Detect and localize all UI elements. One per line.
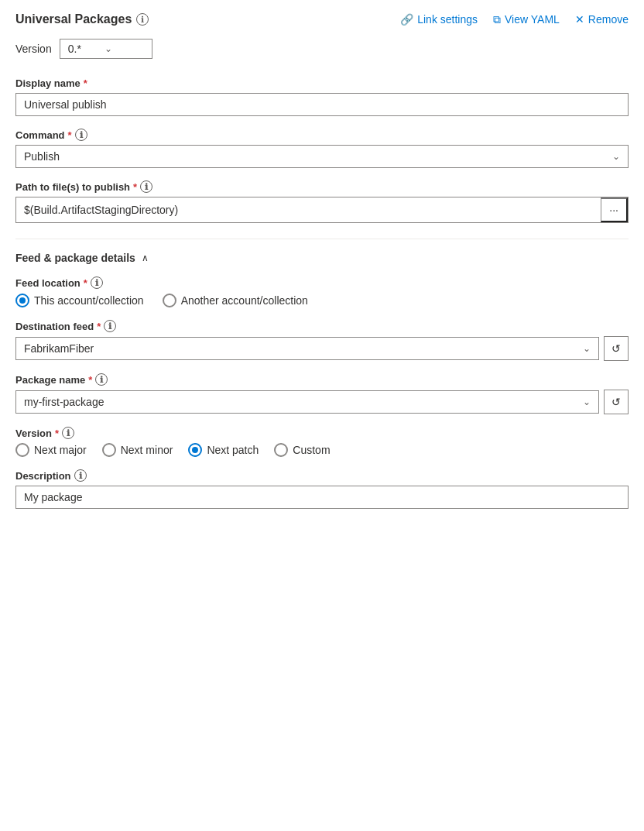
destination-feed-info-icon[interactable]: ℹ <box>104 320 116 332</box>
command-info-icon[interactable]: ℹ <box>75 129 87 141</box>
feed-location-this-account-label: This account/collection <box>34 294 144 307</box>
feed-location-info-icon[interactable]: ℹ <box>91 276 103 289</box>
version-next-minor-radio[interactable] <box>102 443 116 457</box>
destination-feed-refresh-button[interactable]: ↺ <box>604 336 629 361</box>
feed-package-section-title: Feed & package details <box>15 252 135 264</box>
version-field-label: Version * ℹ <box>15 427 629 439</box>
package-name-row: my-first-package ⌄ ↺ <box>15 390 629 414</box>
version-dropdown[interactable]: 0.* ⌄ <box>60 39 152 59</box>
command-value: Publish <box>24 150 60 163</box>
version-next-major[interactable]: Next major <box>15 443 87 457</box>
version-next-minor-label: Next minor <box>121 444 173 456</box>
package-name-required: * <box>88 374 92 386</box>
description-input[interactable] <box>15 486 629 509</box>
feed-location-section: Feed location * ℹ This account/collectio… <box>15 276 629 307</box>
command-label: Command * ℹ <box>15 129 629 141</box>
destination-feed-row: FabrikamFiber ⌄ ↺ <box>15 336 629 361</box>
version-options-row: Next major Next minor Next patch Custom <box>15 443 629 457</box>
package-name-section: Package name * ℹ my-first-package ⌄ ↺ <box>15 373 629 414</box>
version-next-patch-radio[interactable] <box>188 443 202 457</box>
command-dropdown[interactable]: Publish ⌄ <box>15 145 629 168</box>
remove-label: Remove <box>588 13 629 26</box>
path-input[interactable] <box>16 197 601 222</box>
path-section: Path to file(s) to publish * ℹ ··· <box>15 180 629 223</box>
link-settings-link[interactable]: 🔗 Link settings <box>400 13 478 26</box>
feed-location-another-account[interactable]: Another account/collection <box>163 294 308 307</box>
description-info-icon[interactable]: ℹ <box>74 469 87 482</box>
package-name-value: my-first-package <box>24 396 104 408</box>
view-yaml-label: View YAML <box>505 13 560 26</box>
feed-location-another-account-label: Another account/collection <box>181 294 308 307</box>
yaml-icon: ⧉ <box>493 13 501 26</box>
destination-feed-dropdown[interactable]: FabrikamFiber ⌄ <box>15 337 599 360</box>
path-browse-button[interactable]: ··· <box>601 197 628 222</box>
destination-feed-label: Destination feed * ℹ <box>15 320 629 332</box>
version-field-required: * <box>55 428 59 439</box>
command-section: Command * ℹ Publish ⌄ <box>15 129 629 168</box>
header-actions: 🔗 Link settings ⧉ View YAML ✕ Remove <box>400 13 629 26</box>
page-header: Universal Packages ℹ 🔗 Link settings ⧉ V… <box>15 12 629 26</box>
display-name-section: Display name * <box>15 77 629 116</box>
package-name-dropdown[interactable]: my-first-package ⌄ <box>15 390 599 414</box>
view-yaml-link[interactable]: ⧉ View YAML <box>493 13 560 26</box>
section-divider <box>15 239 629 239</box>
feed-location-label: Feed location * ℹ <box>15 276 629 289</box>
command-dropdown-main[interactable]: Publish ⌄ <box>16 146 628 167</box>
remove-icon: ✕ <box>575 13 584 26</box>
feed-location-radio-group: This account/collection Another account/… <box>15 294 629 307</box>
version-custom-radio[interactable] <box>274 443 288 457</box>
destination-feed-value: FabrikamFiber <box>24 342 94 355</box>
feed-package-section-chevron[interactable]: ∧ <box>142 252 149 263</box>
feed-location-this-account-radio[interactable] <box>15 294 29 307</box>
version-field-section: Version * ℹ Next major Next minor Next p… <box>15 427 629 457</box>
header-left: Universal Packages ℹ <box>15 12 149 26</box>
version-next-major-label: Next major <box>34 444 87 456</box>
page-title: Universal Packages <box>15 12 132 26</box>
path-info-icon[interactable]: ℹ <box>140 180 152 193</box>
package-name-chevron: ⌄ <box>583 397 591 407</box>
feed-location-this-account-radio-inner <box>19 297 26 304</box>
destination-feed-required: * <box>97 321 101 332</box>
command-chevron: ⌄ <box>612 151 620 162</box>
version-row-label: Version <box>15 43 52 55</box>
display-name-input[interactable] <box>15 93 629 116</box>
feed-location-this-account[interactable]: This account/collection <box>15 294 144 307</box>
version-next-patch-label: Next patch <box>207 444 259 456</box>
destination-feed-chevron: ⌄ <box>583 343 591 354</box>
version-next-patch-radio-inner <box>192 447 198 453</box>
description-section: Description ℹ <box>15 469 629 509</box>
destination-feed-section: Destination feed * ℹ FabrikamFiber ⌄ ↺ <box>15 320 629 361</box>
version-custom[interactable]: Custom <box>274 443 330 457</box>
version-dropdown-value: 0.* <box>68 43 81 55</box>
feed-location-another-account-radio[interactable] <box>163 294 176 307</box>
path-label: Path to file(s) to publish * ℹ <box>15 180 629 193</box>
title-info-icon[interactable]: ℹ <box>136 13 149 26</box>
remove-link[interactable]: ✕ Remove <box>575 13 629 26</box>
link-icon: 🔗 <box>400 13 413 26</box>
version-dropdown-chevron: ⌄ <box>104 43 112 54</box>
version-field-info-icon[interactable]: ℹ <box>62 427 74 439</box>
version-custom-label: Custom <box>293 444 330 456</box>
path-row: ··· <box>15 197 629 223</box>
package-name-info-icon[interactable]: ℹ <box>95 373 108 386</box>
path-required: * <box>133 181 137 193</box>
package-name-refresh-button[interactable]: ↺ <box>604 390 629 414</box>
display-name-label: Display name * <box>15 77 629 89</box>
display-name-required: * <box>84 77 87 89</box>
package-name-label: Package name * ℹ <box>15 373 629 386</box>
link-settings-label: Link settings <box>417 13 478 26</box>
version-next-patch[interactable]: Next patch <box>188 443 259 457</box>
version-next-major-radio[interactable] <box>15 443 29 457</box>
command-required: * <box>68 129 72 141</box>
feed-package-section-header: Feed & package details ∧ <box>15 252 629 264</box>
description-label: Description ℹ <box>15 469 629 482</box>
feed-location-required: * <box>84 277 87 289</box>
version-next-minor[interactable]: Next minor <box>102 443 173 457</box>
version-row: Version 0.* ⌄ <box>15 39 629 59</box>
